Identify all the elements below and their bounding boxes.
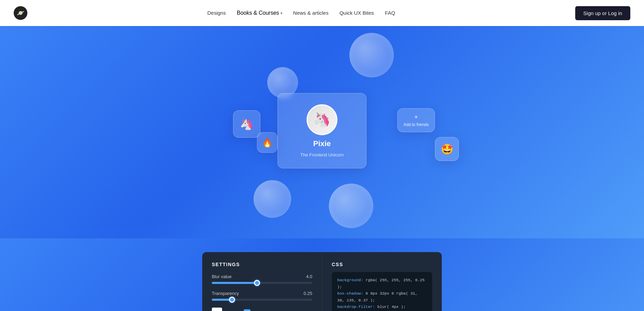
nav-link-books[interactable]: Books & Courses ▾ xyxy=(237,10,282,16)
card-add-friends[interactable]: + Add to friends xyxy=(397,108,435,132)
nav-links: Designs Books & Courses ▾ News & article… xyxy=(207,10,395,16)
sphere-3 xyxy=(254,180,291,218)
css-line-3: backdrop-filter: blur( 4px ); xyxy=(337,303,427,310)
show-outline-wrapper: ✓ Show outline xyxy=(244,309,279,311)
css-code-block: background: rgba( 255, 255, 255, 0.25 );… xyxy=(332,272,433,311)
css-title: CSS xyxy=(332,262,433,267)
settings-panel: SETTINGS Blur value 4.0 Transparency 0.2… xyxy=(202,252,442,311)
blur-slider-track[interactable] xyxy=(212,282,312,284)
logo[interactable]: 🪐 xyxy=(14,6,27,20)
css-line-2: box-shadow: 0 8px 32px 0 rgba( 31, 38, 1… xyxy=(337,290,427,303)
star-eyes-emoji: 🤩 xyxy=(441,143,453,155)
panel-css: CSS background: rgba( 255, 255, 255, 0.2… xyxy=(322,252,442,311)
settings-title: SETTINGS xyxy=(212,262,312,267)
blur-label: Blur value xyxy=(212,274,232,279)
card-left-unicorn: 🦄 xyxy=(233,110,260,138)
chevron-down-icon: ▾ xyxy=(281,11,282,15)
css-line-1: background: rgba( 255, 255, 255, 0.25 ); xyxy=(337,277,427,290)
nav-link-news[interactable]: News & articles xyxy=(293,10,329,16)
show-outline-checkbox[interactable]: ✓ xyxy=(244,309,250,311)
plus-icon: + xyxy=(414,114,418,121)
nav-item-news[interactable]: News & articles xyxy=(293,10,329,16)
character-title: The Frontend Unicorn xyxy=(300,152,344,157)
character-name: Pixie xyxy=(313,139,331,148)
blur-slider-fill xyxy=(212,282,257,284)
nav-item-books[interactable]: Books & Courses ▾ xyxy=(237,10,282,16)
nav-item-quick-ux[interactable]: Quick UX Bites xyxy=(339,10,374,16)
blur-slider-group: Blur value 4.0 xyxy=(212,274,312,284)
avatar-emoji: 🦄 xyxy=(313,112,331,128)
sphere-4 xyxy=(329,184,373,228)
avatar: 🦄 xyxy=(307,104,337,135)
nav-item-faq[interactable]: FAQ xyxy=(385,10,395,16)
color-swatch[interactable] xyxy=(212,308,222,311)
card-fire: 🔥 xyxy=(257,132,278,153)
nav-link-quick-ux[interactable]: Quick UX Bites xyxy=(339,10,374,16)
add-friends-label: Add to friends xyxy=(403,122,429,127)
blur-slider-thumb[interactable] xyxy=(254,280,260,286)
hero-section: 🦄 🔥 🦄 Pixie The Frontend Unicorn + Add t… xyxy=(0,26,644,238)
transparency-label-row: Transparency 0.25 xyxy=(212,291,312,296)
blur-label-row: Blur value 4.0 xyxy=(212,274,312,279)
transparency-value: 0.25 xyxy=(304,291,312,296)
transparency-slider-group: Transparency 0.25 xyxy=(212,291,312,301)
transparency-slider-thumb[interactable] xyxy=(229,297,235,303)
transparency-slider-track[interactable] xyxy=(212,299,312,301)
logo-icon: 🪐 xyxy=(14,6,27,20)
color-row: Color ✓ Show outline xyxy=(212,308,312,311)
navbar: 🪐 Designs Books & Courses ▾ News & artic… xyxy=(0,0,644,26)
signup-button[interactable]: Sign up or Log in xyxy=(575,6,630,20)
nav-right: Sign up or Log in xyxy=(575,6,630,20)
card-emoji-right: 🤩 xyxy=(435,137,459,161)
unicorn-emoji: 🦄 xyxy=(240,117,254,130)
transparency-label: Transparency xyxy=(212,291,239,296)
card-profile: 🦄 Pixie The Frontend Unicorn xyxy=(278,93,366,169)
blur-value: 4.0 xyxy=(306,274,312,279)
nav-item-designs[interactable]: Designs xyxy=(207,10,226,16)
nav-link-designs[interactable]: Designs xyxy=(207,10,226,16)
settings-wrapper: SETTINGS Blur value 4.0 Transparency 0.2… xyxy=(0,238,644,311)
sphere-1 xyxy=(349,33,394,77)
panel-settings: SETTINGS Blur value 4.0 Transparency 0.2… xyxy=(202,252,322,311)
fire-emoji: 🔥 xyxy=(262,137,273,148)
nav-link-faq[interactable]: FAQ xyxy=(385,10,395,16)
